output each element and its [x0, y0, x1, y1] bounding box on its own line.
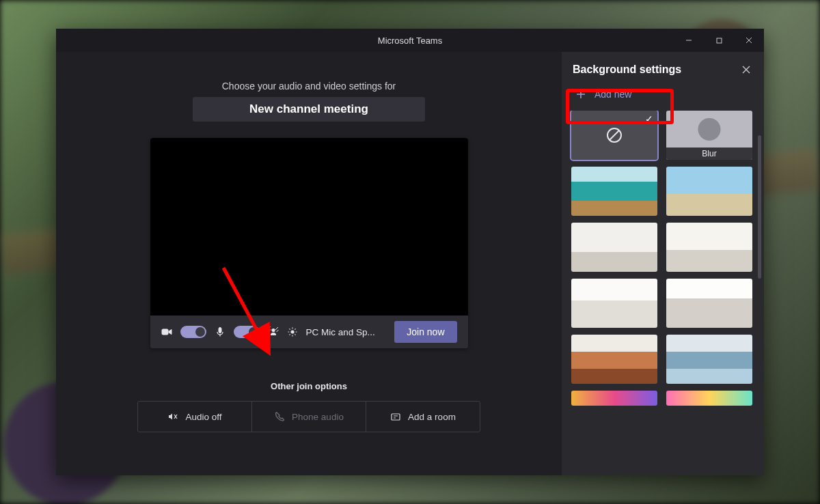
svg-rect-16 — [392, 414, 400, 420]
prejoin-area: Choose your audio and video settings for… — [56, 52, 562, 475]
background-grid: ✓ Blur — [562, 111, 764, 415]
other-options-row: Audio off Phone audio Add a room — [137, 401, 480, 432]
close-panel-button[interactable] — [739, 63, 753, 76]
background-image-tile[interactable] — [571, 335, 657, 384]
phone-audio-label: Phone audio — [292, 412, 344, 422]
av-control-bar: PC Mic and Sp... Join now — [150, 316, 468, 348]
background-image-tile[interactable] — [571, 223, 657, 272]
background-effects-icon[interactable] — [268, 326, 279, 337]
maximize-button[interactable] — [704, 29, 734, 52]
background-image-tile[interactable] — [571, 391, 657, 406]
room-icon — [390, 411, 401, 422]
title-bar: Microsoft Teams — [56, 29, 764, 52]
panel-scrollbar[interactable] — [758, 135, 761, 279]
phone-icon — [274, 411, 285, 422]
microphone-icon — [215, 326, 226, 337]
camera-icon — [161, 326, 172, 337]
svg-point-13 — [291, 331, 294, 333]
close-button[interactable] — [734, 29, 764, 52]
microphone-toggle[interactable] — [234, 326, 260, 338]
svg-rect-5 — [219, 328, 221, 333]
background-blur-tile[interactable]: Blur — [666, 111, 752, 160]
audio-off-button[interactable]: Audio off — [138, 402, 252, 432]
camera-toggle[interactable] — [180, 326, 206, 338]
panel-title: Background settings — [573, 64, 681, 76]
meeting-name: New channel meeting — [193, 97, 425, 122]
add-room-button[interactable]: Add a room — [366, 402, 480, 432]
checkmark-icon: ✓ — [645, 113, 653, 124]
background-image-tile[interactable] — [571, 167, 657, 216]
background-settings-panel: Background settings Add new ✓ — [562, 52, 764, 475]
background-image-tile[interactable] — [571, 279, 657, 328]
window-controls — [674, 29, 764, 52]
svg-rect-4 — [162, 329, 168, 335]
background-image-tile[interactable] — [666, 335, 752, 384]
audio-device-label[interactable]: PC Mic and Sp... — [306, 327, 375, 337]
svg-rect-1 — [717, 38, 722, 43]
svg-line-9 — [269, 329, 271, 332]
window-title: Microsoft Teams — [378, 36, 442, 46]
blur-label: Blur — [666, 148, 752, 160]
add-room-label: Add a room — [408, 412, 456, 422]
add-new-label: Add new — [594, 89, 631, 100]
speaker-off-icon — [167, 411, 178, 422]
add-new-background-button[interactable]: Add new — [570, 83, 756, 105]
background-image-tile[interactable] — [666, 167, 752, 216]
svg-line-12 — [276, 330, 278, 332]
phone-audio-button: Phone audio — [252, 402, 366, 432]
background-image-tile[interactable] — [666, 223, 752, 272]
background-image-tile[interactable] — [666, 391, 752, 406]
join-now-button[interactable]: Join now — [394, 321, 456, 343]
minimize-button[interactable] — [674, 29, 704, 52]
video-preview — [150, 138, 468, 316]
background-none-tile[interactable]: ✓ — [571, 111, 657, 160]
svg-line-11 — [275, 327, 278, 330]
audio-off-label: Audio off — [185, 412, 221, 422]
teams-window: Microsoft Teams Choose your audio and vi… — [56, 29, 764, 475]
svg-line-23 — [610, 130, 619, 140]
svg-point-7 — [272, 329, 275, 332]
settings-heading: Choose your audio and video settings for — [222, 81, 396, 92]
none-icon — [605, 126, 623, 144]
other-options-heading: Other join options — [271, 381, 347, 391]
video-preview-card: PC Mic and Sp... Join now — [150, 138, 468, 348]
svg-line-8 — [269, 327, 271, 329]
device-settings-icon[interactable] — [287, 326, 298, 337]
plus-icon — [575, 89, 586, 100]
background-image-tile[interactable] — [666, 279, 752, 328]
